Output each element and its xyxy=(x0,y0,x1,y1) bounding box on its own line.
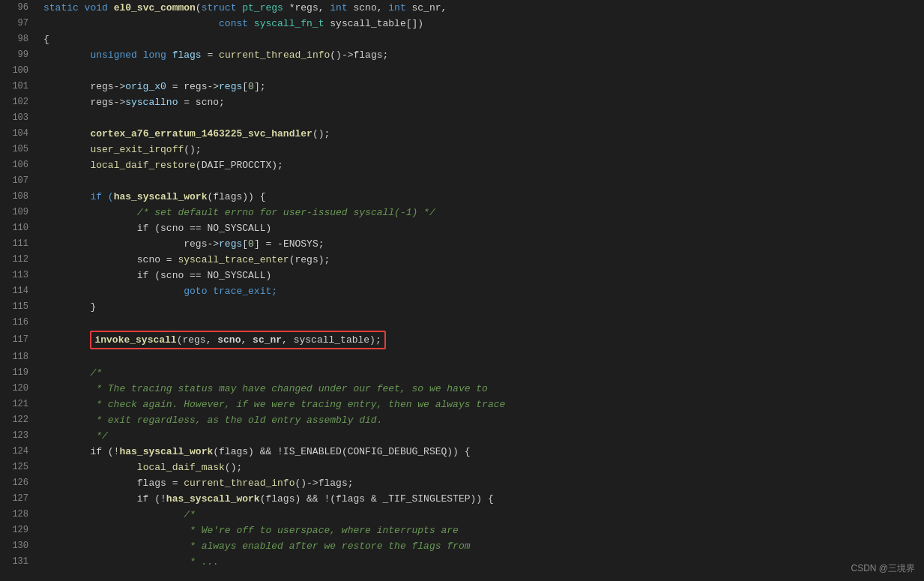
line-number: 96 xyxy=(0,0,37,16)
code-line-103: 103 xyxy=(0,110,924,126)
line-content: cortex_a76_erratum_1463225_svc_handler()… xyxy=(37,126,924,142)
line-content: * exit regardless, as the old entry asse… xyxy=(37,412,924,428)
line-number: 105 xyxy=(0,142,37,157)
code-line-119: 119 /* xyxy=(0,365,924,381)
line-number: 107 xyxy=(0,173,37,189)
line-content: * The tracing status may have changed un… xyxy=(37,381,924,397)
line-number: 101 xyxy=(0,79,37,94)
line-number: 116 xyxy=(0,315,37,331)
line-content: if (has_syscall_work(flags)) { xyxy=(37,189,924,205)
code-container: 96static void el0_svc_common(struct pt_r… xyxy=(0,0,924,581)
line-number: 97 xyxy=(0,16,37,31)
line-content: * ... xyxy=(37,554,924,570)
code-line-116: 116 xyxy=(0,315,924,331)
line-number: 102 xyxy=(0,94,37,110)
code-line-113: 113 if (scno == NO_SYSCALL) xyxy=(0,268,924,283)
line-number: 119 xyxy=(0,365,37,381)
highlight-box: invoke_syscall(regs, scno, sc_nr, syscal… xyxy=(90,331,385,349)
line-content: { xyxy=(37,31,924,47)
line-number: 128 xyxy=(0,507,37,523)
line-content: local_daif_restore(DAIF_PROCCTX); xyxy=(37,157,924,173)
code-line-102: 102 regs->syscallno = scno; xyxy=(0,94,924,110)
code-line-112: 112 scno = syscall_trace_enter(regs); xyxy=(0,252,924,268)
line-content: if (!has_syscall_work(flags) && !(flags … xyxy=(37,491,924,507)
code-line-99: 99 unsigned long flags = current_thread_… xyxy=(0,47,924,63)
code-line-120: 120 * The tracing status may have change… xyxy=(0,381,924,397)
line-number: 123 xyxy=(0,428,37,444)
code-line-101: 101 regs->orig_x0 = regs->regs[0]; xyxy=(0,79,924,94)
line-content: static void el0_svc_common(struct pt_reg… xyxy=(37,0,924,16)
line-number: 117 xyxy=(0,332,37,348)
line-content: } xyxy=(37,299,924,315)
line-number: 121 xyxy=(0,397,37,412)
line-number: 112 xyxy=(0,252,37,268)
line-content: * We're off to userspace, where interrup… xyxy=(37,523,924,538)
code-line-105: 105 user_exit_irqoff(); xyxy=(0,142,924,157)
line-content: regs->syscallno = scno; xyxy=(37,94,924,110)
line-content: if (scno == NO_SYSCALL) xyxy=(37,220,924,236)
line-content: unsigned long flags = current_thread_inf… xyxy=(37,47,924,63)
code-line-97: 97 const syscall_fn_t syscall_table[]) xyxy=(0,16,924,31)
code-line-98: 98{ xyxy=(0,31,924,47)
line-number: 124 xyxy=(0,444,37,460)
line-content: /* set default errno for user-issued sys… xyxy=(37,205,924,220)
line-number: 109 xyxy=(0,205,37,220)
watermark: CSDN @三境界 xyxy=(851,562,915,575)
line-content: * check again. However, if we were traci… xyxy=(37,397,924,412)
code-line-124: 124 if (!has_syscall_work(flags) && !IS_… xyxy=(0,444,924,460)
line-content: * always enabled after we restore the fl… xyxy=(37,538,924,554)
line-number: 122 xyxy=(0,412,37,428)
line-content: */ xyxy=(37,428,924,444)
line-number: 111 xyxy=(0,236,37,252)
code-line-118: 118 xyxy=(0,349,924,365)
code-line-106: 106 local_daif_restore(DAIF_PROCCTX); xyxy=(0,157,924,173)
code-line-110: 110 if (scno == NO_SYSCALL) xyxy=(0,220,924,236)
line-number: 118 xyxy=(0,349,37,365)
line-number: 126 xyxy=(0,475,37,491)
line-number: 99 xyxy=(0,47,37,63)
line-number: 125 xyxy=(0,460,37,475)
code-line-115: 115 } xyxy=(0,299,924,315)
line-number: 106 xyxy=(0,157,37,173)
line-number: 108 xyxy=(0,189,37,205)
line-number: 104 xyxy=(0,126,37,142)
line-number: 127 xyxy=(0,491,37,507)
line-content: regs->orig_x0 = regs->regs[0]; xyxy=(37,79,924,94)
line-content: scno = syscall_trace_enter(regs); xyxy=(37,252,924,268)
code-line-100: 100 xyxy=(0,63,924,79)
code-line-107: 107 xyxy=(0,173,924,189)
line-content: if (scno == NO_SYSCALL) xyxy=(37,268,924,283)
line-content: flags = current_thread_info()->flags; xyxy=(37,475,924,491)
line-number: 103 xyxy=(0,110,37,126)
code-line-111: 111 regs->regs[0] = -ENOSYS; xyxy=(0,236,924,252)
code-line-126: 126 flags = current_thread_info()->flags… xyxy=(0,475,924,491)
code-line-121: 121 * check again. However, if we were t… xyxy=(0,397,924,412)
code-line-125: 125 local_daif_mask(); xyxy=(0,460,924,475)
code-line-127: 127 if (!has_syscall_work(flags) && !(fl… xyxy=(0,491,924,507)
code-line-129: 129 * We're off to userspace, where inte… xyxy=(0,523,924,538)
code-line-96: 96static void el0_svc_common(struct pt_r… xyxy=(0,0,924,16)
line-number: 120 xyxy=(0,381,37,397)
line-number: 114 xyxy=(0,283,37,299)
line-number: 110 xyxy=(0,220,37,236)
line-content: invoke_syscall(regs, scno, sc_nr, syscal… xyxy=(37,331,924,349)
code-line-130: 130 * always enabled after we restore th… xyxy=(0,538,924,554)
code-line-122: 122 * exit regardless, as the old entry … xyxy=(0,412,924,428)
line-content: regs->regs[0] = -ENOSYS; xyxy=(37,236,924,252)
line-number: 115 xyxy=(0,299,37,315)
line-number: 131 xyxy=(0,554,37,570)
code-line-123: 123 */ xyxy=(0,428,924,444)
line-number: 98 xyxy=(0,31,37,47)
line-content: const syscall_fn_t syscall_table[]) xyxy=(37,16,924,31)
line-content: /* xyxy=(37,365,924,381)
code-line-131: 131 * ... xyxy=(0,554,924,570)
line-content: if (!has_syscall_work(flags) && !IS_ENAB… xyxy=(37,444,924,460)
code-line-108: 108 if (has_syscall_work(flags)) { xyxy=(0,189,924,205)
line-number: 100 xyxy=(0,63,37,79)
line-content: user_exit_irqoff(); xyxy=(37,142,924,157)
line-number: 130 xyxy=(0,538,37,554)
code-line-117: 117 invoke_syscall(regs, scno, sc_nr, sy… xyxy=(0,331,924,349)
code-line-104: 104 cortex_a76_erratum_1463225_svc_handl… xyxy=(0,126,924,142)
line-content: goto trace_exit; xyxy=(37,283,924,299)
code-line-109: 109 /* set default errno for user-issued… xyxy=(0,205,924,220)
